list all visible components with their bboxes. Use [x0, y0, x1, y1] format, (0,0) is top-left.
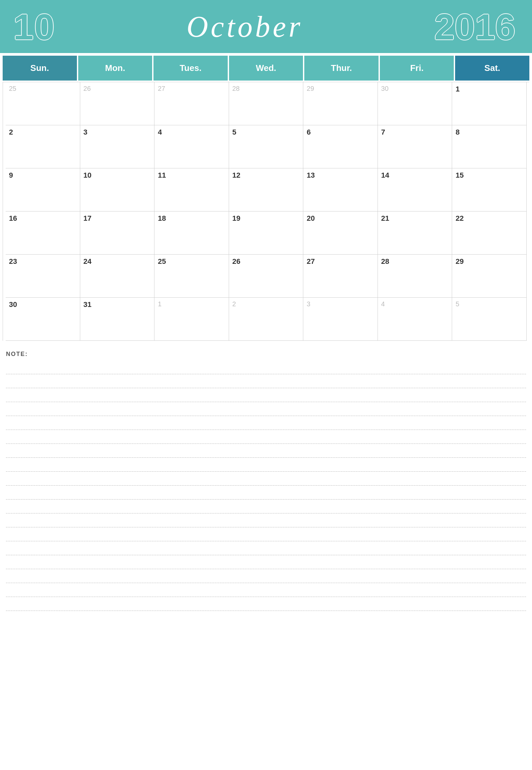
calendar-cell[interactable]: 27	[303, 255, 378, 298]
note-line	[6, 374, 526, 388]
calendar-cell[interactable]: 11	[154, 168, 229, 211]
calendar-cell[interactable]: 14	[378, 168, 452, 211]
date-number: 28	[232, 85, 240, 92]
date-number: 21	[381, 214, 389, 222]
calendar-cell[interactable]: 26	[80, 82, 155, 125]
notes-label: NOTE:	[6, 351, 526, 358]
date-number: 22	[455, 214, 463, 222]
date-number: 5	[232, 128, 236, 136]
date-number: 12	[232, 171, 240, 179]
day-header-mon: Mon.	[78, 56, 152, 81]
date-number: 18	[158, 214, 166, 222]
calendar-cell[interactable]: 4	[378, 298, 452, 341]
calendar-cell[interactable]: 16	[6, 211, 80, 255]
note-line	[6, 360, 526, 374]
calendar-grid: 2526272829301234567891011121314151617181…	[3, 82, 529, 341]
calendar-cell[interactable]: 2	[6, 125, 80, 168]
date-number: 16	[9, 214, 17, 222]
note-line	[6, 458, 526, 472]
calendar-cell[interactable]: 28	[378, 255, 452, 298]
note-line	[6, 513, 526, 527]
month-name: October	[55, 10, 434, 44]
calendar-cell[interactable]: 27	[154, 82, 229, 125]
date-number: 4	[381, 300, 385, 308]
calendar-cell[interactable]: 12	[229, 168, 304, 211]
date-number: 30	[9, 300, 17, 309]
calendar-cell[interactable]: 10	[80, 168, 155, 211]
date-number: 13	[307, 171, 315, 179]
note-line	[6, 486, 526, 500]
date-number: 31	[84, 300, 91, 309]
note-lines	[6, 360, 526, 611]
calendar-cell[interactable]: 6	[303, 125, 378, 168]
date-number: 25	[9, 85, 16, 92]
calendar-cell[interactable]: 30	[6, 298, 80, 341]
calendar-cell[interactable]: 20	[303, 211, 378, 255]
calendar-cell[interactable]: 23	[6, 255, 80, 298]
date-number: 1	[158, 300, 161, 308]
calendar-cell[interactable]: 21	[378, 211, 452, 255]
date-number: 4	[158, 128, 162, 136]
date-number: 2	[232, 300, 236, 308]
note-line	[6, 527, 526, 541]
calendar-cell[interactable]: 29	[303, 82, 378, 125]
date-number: 26	[232, 257, 240, 266]
day-header-thu: Thur.	[304, 56, 379, 81]
day-header-wed: Wed.	[229, 56, 303, 81]
date-number: 25	[158, 257, 166, 266]
date-number: 17	[84, 214, 91, 222]
date-number: 10	[84, 171, 91, 179]
day-header-fri: Fri.	[380, 56, 454, 81]
date-number: 7	[381, 128, 385, 136]
calendar-cell[interactable]: 24	[80, 255, 155, 298]
date-number: 15	[455, 171, 463, 179]
calendar-cell[interactable]: 17	[80, 211, 155, 255]
date-number: 2	[9, 128, 13, 136]
calendar-cell[interactable]: 25	[154, 255, 229, 298]
date-number: 3	[84, 128, 88, 136]
calendar-cell[interactable]: 5	[452, 298, 527, 341]
calendar-cell[interactable]: 3	[80, 125, 155, 168]
date-number: 27	[307, 257, 315, 266]
calendar-cell[interactable]: 3	[303, 298, 378, 341]
date-number: 29	[307, 85, 314, 92]
calendar-cell[interactable]: 30	[378, 82, 452, 125]
date-number: 23	[9, 257, 17, 266]
calendar-cell[interactable]: 8	[452, 125, 527, 168]
calendar-cell[interactable]: 13	[303, 168, 378, 211]
date-number: 27	[158, 85, 165, 92]
note-line	[6, 444, 526, 458]
calendar-cell[interactable]: 31	[80, 298, 155, 341]
calendar-cell[interactable]: 28	[229, 82, 304, 125]
calendar-cell[interactable]: 22	[452, 211, 527, 255]
day-header-sat: Sat.	[455, 56, 529, 81]
notes-section: NOTE:	[3, 351, 529, 611]
calendar-cell[interactable]: 1	[154, 298, 229, 341]
calendar-cell[interactable]: 9	[6, 168, 80, 211]
calendar-cell[interactable]: 19	[229, 211, 304, 255]
calendar-cell[interactable]: 5	[229, 125, 304, 168]
calendar-cell[interactable]: 25	[6, 82, 80, 125]
date-number: 3	[307, 300, 310, 308]
date-number: 8	[455, 128, 459, 136]
calendar-cell[interactable]: 7	[378, 125, 452, 168]
note-line	[6, 569, 526, 583]
note-line	[6, 402, 526, 416]
calendar-cell[interactable]: 26	[229, 255, 304, 298]
date-number: 20	[307, 214, 315, 222]
calendar-cell[interactable]: 4	[154, 125, 229, 168]
note-line	[6, 500, 526, 513]
note-line	[6, 388, 526, 402]
calendar-cell[interactable]: 1	[452, 82, 527, 125]
calendar-cell[interactable]: 2	[229, 298, 304, 341]
calendar-cell[interactable]: 29	[452, 255, 527, 298]
date-number: 30	[381, 85, 388, 92]
note-line	[6, 583, 526, 597]
date-number: 26	[84, 85, 91, 92]
calendar-cell[interactable]: 18	[154, 211, 229, 255]
date-number: 1	[455, 85, 459, 93]
calendar-cell[interactable]: 15	[452, 168, 527, 211]
date-number: 6	[307, 128, 311, 136]
day-headers: Sun.Mon.Tues.Wed.Thur.Fri.Sat.	[0, 53, 532, 82]
date-number: 19	[232, 214, 240, 222]
